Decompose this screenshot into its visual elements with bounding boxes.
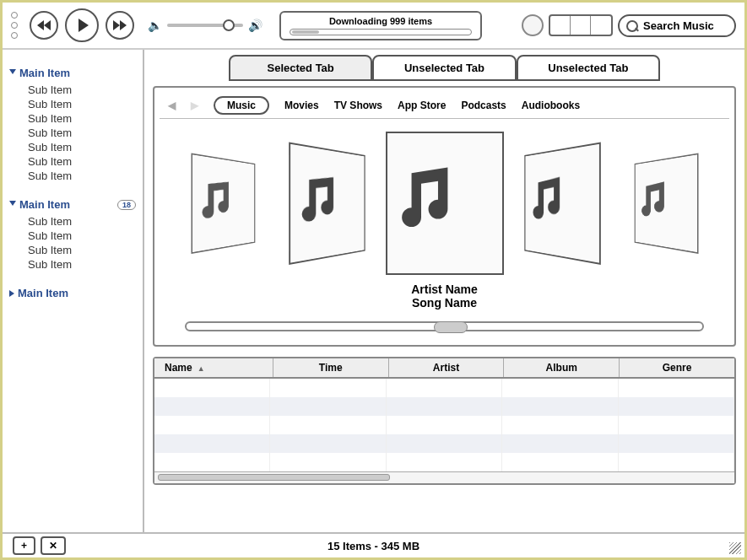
- music-note-icon: [387, 161, 502, 245]
- shuffle-button[interactable]: ✕: [41, 536, 66, 555]
- window-dot[interactable]: [11, 22, 18, 29]
- window-dot[interactable]: [11, 32, 18, 39]
- column-header[interactable]: Time: [273, 358, 389, 377]
- nav-back-icon[interactable]: ◀: [168, 100, 176, 111]
- coverflow-scrollbar[interactable]: [185, 321, 704, 331]
- cover-art[interactable]: [634, 153, 698, 254]
- nav-category[interactable]: Music: [214, 96, 269, 115]
- count-badge: 18: [117, 200, 136, 210]
- table-row[interactable]: [154, 397, 734, 416]
- column-header[interactable]: Genre: [620, 358, 734, 377]
- table-row[interactable]: [154, 416, 734, 434]
- browser-panel: ◀ ▶ MusicMoviesTV ShowsApp StorePodcasts…: [153, 86, 736, 347]
- content-area: Selected TabUnselected TabUnselected Tab…: [144, 50, 744, 534]
- previous-button[interactable]: [30, 11, 58, 40]
- search-input[interactable]: Search Music: [618, 14, 736, 37]
- sidebar-sub-item[interactable]: Sub Item: [28, 126, 136, 140]
- volume-high-icon: 🔊: [248, 19, 263, 32]
- cover-art[interactable]: [524, 143, 600, 265]
- add-button[interactable]: +: [13, 536, 35, 555]
- sidebar-sub-item[interactable]: Sub Item: [28, 111, 136, 126]
- song-name: Song Name: [160, 296, 729, 310]
- nav-category[interactable]: Podcasts: [461, 100, 506, 111]
- sidebar-main-item[interactable]: Main Item18: [9, 198, 136, 211]
- horizontal-scrollbar[interactable]: [154, 471, 734, 483]
- table-row[interactable]: [154, 379, 734, 397]
- sidebar-sub-item[interactable]: Sub Item: [28, 140, 136, 154]
- table-body: [154, 379, 734, 471]
- volume-slider[interactable]: [167, 24, 243, 27]
- sidebar-sub-item[interactable]: Sub Item: [28, 214, 136, 229]
- nav-forward-icon[interactable]: ▶: [191, 100, 198, 111]
- download-progress: [290, 29, 472, 35]
- volume-low-icon: 🔈: [148, 19, 162, 32]
- sidebar-sub-item[interactable]: Sub Item: [28, 169, 136, 183]
- sidebar-sub-item[interactable]: Sub Item: [28, 257, 136, 272]
- column-header[interactable]: Artist: [389, 358, 505, 377]
- artist-name: Artist Name: [160, 283, 729, 296]
- tab[interactable]: Unselected Tab: [372, 55, 516, 81]
- tab[interactable]: Selected Tab: [229, 55, 372, 81]
- view-mode-segmented[interactable]: [549, 14, 613, 36]
- nav-category[interactable]: App Store: [398, 100, 446, 111]
- sidebar-sub-item[interactable]: Sub Item: [28, 154, 136, 169]
- download-status: Downloading 999 items: [279, 11, 482, 40]
- sidebar-main-label: Main Item: [18, 287, 68, 299]
- coverflow: [160, 119, 729, 279]
- sidebar-sub-item[interactable]: Sub Item: [28, 83, 136, 97]
- chevron-down-icon: [9, 201, 16, 209]
- music-note-icon: [192, 175, 254, 232]
- play-button[interactable]: [65, 8, 99, 42]
- column-header[interactable]: Album: [504, 358, 620, 377]
- sidebar-main-item[interactable]: Main Item: [9, 287, 136, 299]
- music-note-icon: [290, 169, 364, 238]
- window-controls: [11, 12, 18, 39]
- chevron-right-icon: [9, 290, 14, 297]
- nav-category[interactable]: Movies: [284, 100, 319, 111]
- resize-handle[interactable]: [729, 542, 741, 554]
- cover-art-current[interactable]: [386, 132, 504, 275]
- table-row[interactable]: [154, 453, 734, 471]
- account-button[interactable]: [522, 14, 544, 36]
- chevron-down-icon: [9, 69, 16, 78]
- nav-category[interactable]: Audiobooks: [522, 100, 580, 111]
- sidebar-main-label: Main Item: [19, 67, 70, 79]
- table-row[interactable]: [154, 434, 734, 453]
- sidebar-main-item[interactable]: Main Item: [9, 67, 136, 79]
- table-header: Name▲TimeArtistAlbumGenre: [154, 358, 734, 379]
- library-summary: 15 Items - 345 MB: [327, 540, 420, 552]
- sidebar-sub-item[interactable]: Sub Item: [28, 243, 136, 257]
- music-note-icon: [525, 169, 598, 238]
- song-table: Name▲TimeArtistAlbumGenre: [153, 357, 736, 485]
- sort-ascending-icon: ▲: [198, 364, 205, 373]
- volume-control: 🔈 🔊: [148, 19, 263, 32]
- music-note-icon: [635, 175, 696, 232]
- category-nav: ◀ ▶ MusicMoviesTV ShowsApp StorePodcasts…: [160, 93, 729, 119]
- tab[interactable]: Unselected Tab: [517, 55, 660, 81]
- column-header[interactable]: Name▲: [154, 358, 273, 377]
- sidebar-sub-item[interactable]: Sub Item: [28, 229, 136, 243]
- download-text: Downloading 999 items: [290, 16, 472, 26]
- cover-art[interactable]: [289, 143, 365, 265]
- toolbar: 🔈 🔊 Downloading 999 items Search Music: [3, 3, 744, 50]
- cover-art[interactable]: [191, 153, 255, 254]
- sidebar-main-label: Main Item: [19, 198, 70, 211]
- window-dot[interactable]: [11, 12, 18, 19]
- sidebar: Main ItemSub ItemSub ItemSub ItemSub Ite…: [3, 50, 144, 534]
- tabs: Selected TabUnselected TabUnselected Tab: [144, 50, 744, 81]
- nav-category[interactable]: TV Shows: [334, 100, 382, 111]
- status-bar: + ✕ 15 Items - 345 MB: [3, 532, 744, 557]
- sidebar-sub-item[interactable]: Sub Item: [28, 97, 136, 111]
- next-button[interactable]: [106, 11, 134, 40]
